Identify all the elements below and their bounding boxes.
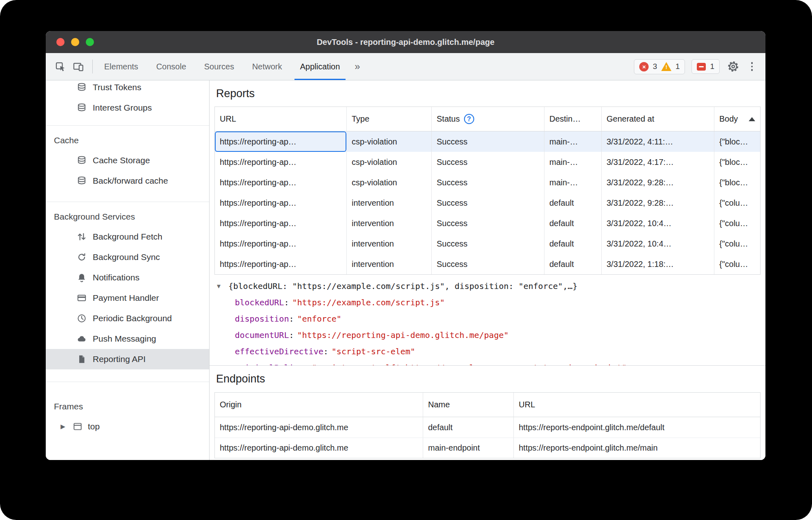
devtools-window: DevTools - reporting-api-demo.glitch.me/…: [46, 31, 765, 460]
report-status-cell[interactable]: Success: [432, 172, 544, 193]
column-header-origin[interactable]: Origin: [215, 393, 423, 417]
settings-gear-icon[interactable]: [726, 60, 740, 73]
report-destination-cell[interactable]: main-…: [544, 131, 602, 152]
report-destination-cell[interactable]: default: [544, 213, 602, 233]
report-row[interactable]: https://reporting-ap… intervention Succe…: [215, 213, 760, 233]
report-type-cell[interactable]: intervention: [347, 254, 432, 274]
report-body-cell[interactable]: {"colu…: [714, 254, 760, 274]
status-help-icon[interactable]: ?: [464, 114, 474, 124]
report-url-cell[interactable]: https://reporting-ap…: [215, 193, 347, 213]
report-url-cell[interactable]: https://reporting-ap…: [215, 233, 347, 254]
sidebar-item-back-forward-cache[interactable]: Back/forward cache: [46, 171, 209, 191]
column-header-destination[interactable]: Destin…: [544, 107, 602, 131]
sidebar-item-top-frame[interactable]: ▶ top: [46, 416, 209, 437]
report-body-cell[interactable]: {"colu…: [714, 233, 760, 254]
more-tabs-button[interactable]: »: [349, 53, 366, 80]
report-row[interactable]: https://reporting-ap… intervention Succe…: [215, 233, 760, 254]
kebab-menu-icon[interactable]: [747, 60, 757, 73]
report-row[interactable]: https://reporting-ap… csp-violation Succ…: [215, 152, 760, 172]
report-destination-cell[interactable]: main-…: [544, 172, 602, 193]
minimize-window-button[interactable]: [71, 38, 79, 46]
report-type-cell[interactable]: intervention: [347, 233, 432, 254]
report-generated-cell[interactable]: 3/31/2022, 10:4…: [602, 233, 714, 254]
report-body-cell[interactable]: {"bloc…: [714, 172, 760, 193]
sidebar-item-cache-storage[interactable]: Cache Storage: [46, 150, 209, 171]
tab-application[interactable]: Application: [291, 53, 349, 80]
sidebar-item-payment-handler[interactable]: Payment Handler: [46, 288, 209, 308]
report-generated-cell[interactable]: 3/31/2022, 10:4…: [602, 213, 714, 233]
sidebar-item-interest-groups[interactable]: Interest Groups: [46, 98, 209, 118]
issues-badge[interactable]: 1: [692, 59, 720, 74]
sidebar-item-push-messaging[interactable]: Push Messaging: [46, 329, 209, 349]
report-status-cell[interactable]: Success: [432, 152, 544, 172]
report-body-cell[interactable]: {"colu…: [714, 213, 760, 233]
column-header-type[interactable]: Type: [347, 107, 432, 131]
inspect-element-icon[interactable]: [53, 60, 67, 73]
report-status-cell[interactable]: Success: [432, 131, 544, 152]
report-type-cell[interactable]: intervention: [347, 193, 432, 213]
report-row[interactable]: https://reporting-ap… intervention Succe…: [215, 193, 760, 213]
report-row[interactable]: https://reporting-ap… csp-violation Succ…: [215, 172, 760, 193]
tab-console[interactable]: Console: [147, 53, 195, 80]
disclosure-collapsed-icon[interactable]: ▶: [59, 423, 67, 430]
report-url-cell[interactable]: https://reporting-ap…: [215, 131, 347, 152]
column-header-endpoint-url[interactable]: URL: [514, 393, 760, 417]
device-toolbar-icon[interactable]: [71, 60, 85, 73]
report-generated-cell[interactable]: 3/31/2022, 4:17:…: [602, 152, 714, 172]
report-status-cell[interactable]: Success: [432, 213, 544, 233]
tab-elements[interactable]: Elements: [95, 53, 147, 80]
report-destination-cell[interactable]: default: [544, 254, 602, 274]
report-destination-cell[interactable]: default: [544, 193, 602, 213]
report-body-cell[interactable]: {"colu…: [714, 193, 760, 213]
sidebar-item-periodic-background-sync[interactable]: Periodic Background: [46, 308, 209, 329]
report-generated-cell[interactable]: 3/31/2022, 9:28:…: [602, 172, 714, 193]
column-header-url[interactable]: URL: [215, 107, 347, 131]
reports-section-title: Reports: [210, 80, 765, 107]
report-url-cell[interactable]: https://reporting-ap…: [215, 254, 347, 274]
column-header-body[interactable]: Body: [714, 107, 760, 131]
issues-count: 1: [710, 62, 714, 71]
sidebar-item-reporting-api[interactable]: Reporting API: [46, 349, 209, 369]
report-body-cell[interactable]: {"bloc…: [714, 131, 760, 152]
expanded-triangle-icon[interactable]: ▼: [217, 282, 228, 290]
sidebar-item-background-sync[interactable]: Background Sync: [46, 247, 209, 267]
json-summary-line[interactable]: ▼ {blockedURL: "https://example.com/scri…: [210, 278, 765, 294]
sidebar-item-trust-tokens[interactable]: Trust Tokens: [46, 80, 209, 98]
report-row[interactable]: https://reporting-ap… intervention Succe…: [215, 254, 760, 274]
report-status-cell[interactable]: Success: [432, 254, 544, 274]
report-body-cell[interactable]: {"bloc…: [714, 152, 760, 172]
report-generated-cell[interactable]: 3/31/2022, 4:11:…: [602, 131, 714, 152]
json-property-line: effectiveDirective:"script-src-elem": [210, 343, 765, 360]
report-url-cell[interactable]: https://reporting-ap…: [215, 172, 347, 193]
console-status-badges[interactable]: × 3 ! 1: [634, 59, 685, 74]
desktop-backdrop: DevTools - reporting-api-demo.glitch.me/…: [0, 0, 812, 520]
zoom-window-button[interactable]: [86, 38, 94, 46]
report-url-cell[interactable]: https://reporting-ap…: [215, 152, 347, 172]
column-header-name[interactable]: Name: [423, 393, 514, 417]
report-generated-cell[interactable]: 3/31/2022, 9:28:…: [602, 193, 714, 213]
close-window-button[interactable]: [56, 38, 65, 46]
tab-network[interactable]: Network: [243, 53, 291, 80]
bell-icon: [76, 272, 87, 283]
tab-sources[interactable]: Sources: [195, 53, 243, 80]
report-status-cell[interactable]: Success: [432, 193, 544, 213]
report-type-cell[interactable]: csp-violation: [347, 152, 432, 172]
window-controls: [56, 31, 94, 53]
report-destination-cell[interactable]: main-…: [544, 152, 602, 172]
report-type-cell[interactable]: csp-violation: [347, 131, 432, 152]
column-header-generated-at[interactable]: Generated at: [602, 107, 714, 131]
report-generated-cell[interactable]: 3/31/2022, 1:18:…: [602, 254, 714, 274]
frame-icon: [72, 421, 83, 432]
database-icon: [76, 82, 87, 93]
report-url-cell[interactable]: https://reporting-ap…: [215, 213, 347, 233]
report-status-cell[interactable]: Success: [432, 233, 544, 254]
report-row[interactable]: https://reporting-ap… csp-violation Succ…: [215, 131, 760, 152]
titlebar: DevTools - reporting-api-demo.glitch.me/…: [46, 31, 765, 53]
column-header-status[interactable]: Status ?: [432, 107, 544, 131]
report-destination-cell[interactable]: default: [544, 233, 602, 254]
endpoint-name-cell: main-endpoint: [423, 438, 514, 458]
sidebar-item-notifications[interactable]: Notifications: [46, 267, 209, 288]
sidebar-item-background-fetch[interactable]: Background Fetch: [46, 227, 209, 247]
report-type-cell[interactable]: csp-violation: [347, 172, 432, 193]
report-type-cell[interactable]: intervention: [347, 213, 432, 233]
